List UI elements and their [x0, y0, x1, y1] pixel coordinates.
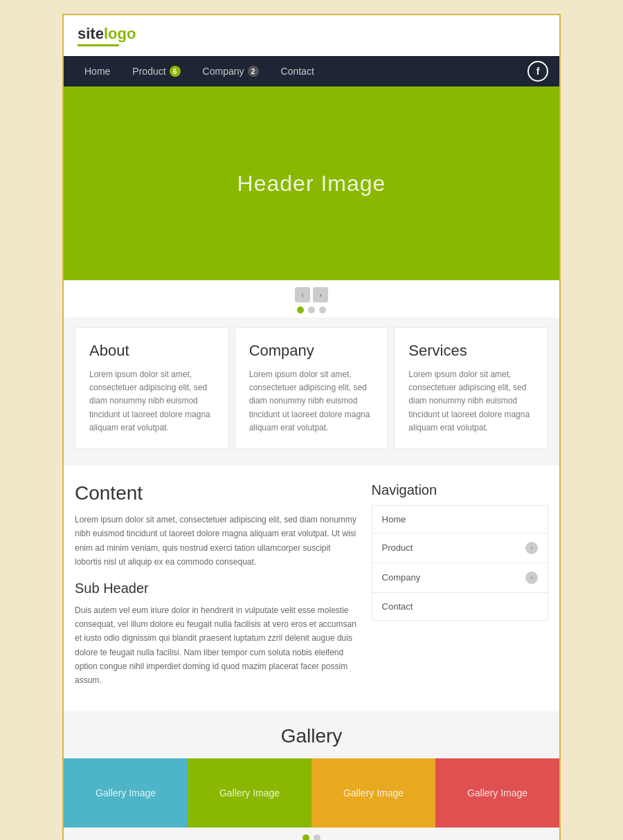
carousel-dots — [297, 307, 326, 313]
card-services-body: Lorem ipsum dolor sit amet, consectetuer… — [408, 368, 534, 435]
gallery-dot-2[interactable] — [314, 834, 320, 840]
gallery-item-2[interactable]: Gallery Image — [188, 758, 312, 828]
card-services-title: Services — [408, 342, 534, 360]
sidebar-nav-contact[interactable]: Contact — [372, 593, 548, 620]
gallery-item-4[interactable]: Gallery Image — [435, 758, 559, 828]
nav-item-product[interactable]: Product 6 — [123, 59, 190, 84]
sidebar-title: Navigation — [372, 482, 548, 498]
nav-item-contact[interactable]: Contact — [271, 59, 324, 84]
carousel-dot-3[interactable] — [319, 307, 326, 313]
logo-underline — [78, 44, 119, 46]
sub-header: Sub Header — [75, 581, 358, 596]
company-arrow-icon: › — [525, 572, 538, 584]
card-company-body: Lorem ipsum dolor sit amet, consectetuer… — [249, 368, 374, 435]
main-nav: Home Product 6 Company 2 Contact f — [64, 56, 559, 86]
content-section: Content Lorem ipsum dolor sit amet, cons… — [64, 466, 559, 711]
gallery-grid: Gallery Image Gallery Image Gallery Imag… — [64, 758, 559, 828]
product-badge: 6 — [170, 66, 181, 77]
carousel-arrows: ‹ › — [295, 287, 328, 302]
card-company-title: Company — [249, 342, 374, 360]
three-cols: About Lorem ipsum dolor sit amet, consec… — [64, 318, 559, 466]
nav-item-home[interactable]: Home — [75, 59, 120, 84]
card-about-body: Lorem ipsum dolor sit amet, consectetuer… — [89, 368, 215, 435]
sidebar-nav-product[interactable]: Product › — [372, 533, 548, 563]
gallery-dots — [64, 834, 559, 840]
product-arrow-icon: › — [525, 542, 538, 554]
page-wrapper: sitelogo Home Product 6 Company 2 Contac… — [62, 14, 561, 840]
carousel-dot-1[interactable] — [297, 307, 304, 313]
card-services: Services Lorem ipsum dolor sit amet, con… — [394, 327, 548, 449]
nav-items: Home Product 6 Company 2 Contact — [75, 59, 527, 84]
facebook-icon[interactable]: f — [527, 61, 548, 82]
site-header: sitelogo — [64, 15, 559, 56]
gallery-title: Gallery — [64, 725, 559, 747]
nav-item-company[interactable]: Company 2 — [193, 59, 269, 84]
logo-logo: logo — [104, 25, 136, 42]
carousel-next[interactable]: › — [313, 287, 328, 302]
card-about-title: About — [89, 342, 215, 360]
hero-title: Header Image — [237, 171, 386, 197]
carousel-controls: ‹ › — [64, 280, 559, 318]
sub-body: Duis autem vel eum iriure dolor in hendr… — [75, 603, 358, 688]
carousel-prev[interactable]: ‹ — [295, 287, 310, 302]
content-body: Lorem ipsum dolor sit amet, consectetuer… — [75, 513, 358, 569]
gallery-section: Gallery Gallery Image Gallery Image Gall… — [64, 711, 559, 840]
card-about: About Lorem ipsum dolor sit amet, consec… — [75, 327, 229, 449]
content-title: Content — [75, 482, 358, 504]
card-company: Company Lorem ipsum dolor sit amet, cons… — [235, 327, 389, 449]
sidebar-nav: Home Product › Company › Contact — [372, 505, 548, 621]
sidebar-nav-company[interactable]: Company › — [372, 563, 548, 593]
sidebar: Navigation Home Product › Company › Cont… — [372, 482, 548, 695]
logo-site: site — [78, 25, 104, 42]
gallery-item-1[interactable]: Gallery Image — [64, 758, 188, 828]
main-content: Content Lorem ipsum dolor sit amet, cons… — [75, 482, 358, 695]
carousel-dot-2[interactable] — [308, 307, 315, 313]
gallery-item-3[interactable]: Gallery Image — [312, 758, 435, 828]
sidebar-nav-home[interactable]: Home — [372, 506, 548, 533]
site-logo: sitelogo — [78, 25, 136, 46]
hero-section: Header Image — [64, 86, 559, 280]
company-badge: 2 — [248, 66, 259, 77]
gallery-dot-1[interactable] — [303, 834, 309, 840]
